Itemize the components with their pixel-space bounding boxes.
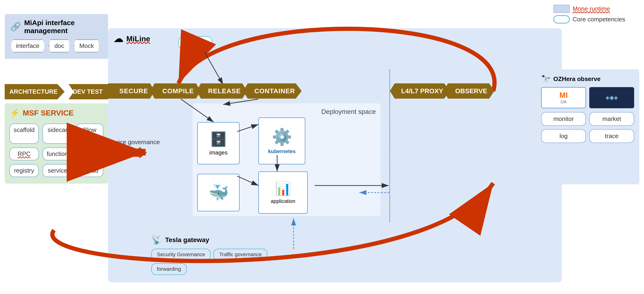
ozhera-icon: 🔭 bbox=[541, 74, 550, 83]
tesla-tag-forwarding: forwarding bbox=[151, 263, 187, 275]
miapi-item-interface: interface bbox=[10, 40, 45, 52]
miapi-items: interface doc Mock bbox=[10, 40, 102, 52]
ozhera-logo-row: MI OA ◈◉◈ bbox=[541, 87, 634, 108]
ozhera-area: 🔭 OZHera observe MI OA ◈◉◈ monitor marke… bbox=[536, 69, 639, 184]
pipeline-stages: SECURE COMPILE RELEASE CONTAINER bbox=[108, 83, 302, 99]
legend-runtime-box bbox=[553, 5, 570, 13]
tesla-tag-security: Security Governance bbox=[151, 249, 211, 260]
application-icon: 📊 bbox=[275, 181, 291, 196]
ozhera-mi-box: MI OA bbox=[541, 87, 586, 108]
msf-item-blowlimit: Blow limit bbox=[76, 124, 103, 144]
ozhera-market: market bbox=[589, 112, 634, 126]
tesla-area: 📡 Tesla gateway Security Governance Traf… bbox=[146, 230, 301, 281]
tesla-title-text: Tesla gateway bbox=[165, 236, 209, 244]
legend-core-box bbox=[553, 15, 570, 24]
msf-area: ⚡ MSF SERVICE scaffold sidecar Blow limi… bbox=[5, 103, 108, 184]
oa-label: OA bbox=[560, 100, 566, 104]
msf-item-sidecar: sidecar bbox=[42, 124, 72, 144]
miapi-title: 🔗 MiApi interface management bbox=[10, 19, 102, 35]
msf-title: ⚡ MSF SERVICE bbox=[10, 108, 103, 118]
ozhera-trace: trace bbox=[589, 129, 634, 143]
msf-item-config: config bbox=[76, 148, 103, 160]
msf-title-text: MSF SERVICE bbox=[23, 109, 74, 118]
images-label: images bbox=[209, 149, 227, 156]
release-stage: RELEASE bbox=[197, 83, 247, 99]
devtest-label: DEV TEST bbox=[64, 84, 115, 99]
docker-icon: 🐳 bbox=[208, 183, 229, 202]
docker-box: 🐳 bbox=[197, 174, 240, 211]
application-label: application bbox=[270, 198, 295, 204]
elastic-tag: elastic bbox=[178, 36, 212, 50]
kubernetes-label: kubernetes bbox=[268, 148, 296, 154]
architecture-label: ARCHITECTURE bbox=[5, 84, 64, 99]
ozhera-title-text: OZHera observe bbox=[553, 76, 600, 83]
ozhera-items-grid: monitor market log trace bbox=[541, 112, 634, 143]
legend-core-label: Core competencies bbox=[572, 16, 625, 23]
miapi-title-text: MiApi interface management bbox=[24, 19, 102, 35]
legend: Mone runtime Core competencies bbox=[553, 5, 625, 24]
miline-title: MiLine bbox=[126, 34, 150, 43]
application-box: 📊 application bbox=[258, 172, 308, 214]
dark-box-content: ◈◉◈ bbox=[606, 95, 618, 101]
ozhera-log: log bbox=[541, 129, 586, 143]
secure-stage: SECURE bbox=[108, 83, 155, 99]
tesla-icon: 📡 bbox=[151, 235, 162, 245]
msf-item-service: service bbox=[42, 164, 72, 177]
observe-label: OBSERVE bbox=[444, 83, 494, 99]
miapi-icon: 🔗 bbox=[10, 22, 21, 32]
msf-item-thread: thread bbox=[76, 164, 103, 177]
ozhera-monitor: monitor bbox=[541, 112, 586, 126]
tesla-tag-traffic: Traffic governance bbox=[214, 249, 267, 260]
mi-logo: MI bbox=[560, 91, 568, 100]
ozhera-dark-box: ◈◉◈ bbox=[589, 87, 634, 108]
miapi-item-doc: doc bbox=[49, 40, 70, 52]
kubernetes-box: ⚙️ kubernetes bbox=[258, 118, 305, 164]
governance-arrow bbox=[109, 147, 147, 158]
legend-runtime: Mone runtime bbox=[553, 5, 625, 13]
deployment-title: Deployment space bbox=[197, 108, 376, 116]
msf-item-rpc: RPC bbox=[10, 148, 39, 160]
legend-runtime-label: Mone runtime bbox=[572, 5, 610, 12]
l4l7-label: L4/L7 PROXY bbox=[390, 83, 450, 99]
miapi-box: 🔗 MiApi interface management interface d… bbox=[5, 14, 108, 59]
msf-item-function: function bbox=[42, 148, 72, 160]
deployment-area: Deployment space 🗄️ images ⚙️ kubernetes… bbox=[192, 103, 380, 216]
tesla-title: 📡 Tesla gateway bbox=[151, 235, 295, 245]
ozhera-title: 🔭 OZHera observe bbox=[541, 74, 634, 83]
msf-grid: scaffold sidecar Blow limit RPC function… bbox=[10, 124, 103, 177]
governance-label: service governance bbox=[107, 138, 160, 146]
miapi-item-mock: Mock bbox=[74, 40, 100, 52]
legend-core: Core competencies bbox=[553, 15, 625, 24]
tesla-tags: Security Governance Traffic governance f… bbox=[151, 249, 295, 275]
msf-item-scaffold: scaffold bbox=[10, 124, 39, 144]
compile-stage: COMPILE bbox=[150, 83, 201, 99]
container-stage: CONTAINER bbox=[243, 83, 302, 99]
kubernetes-icon: ⚙️ bbox=[272, 127, 292, 146]
msf-item-registry: registry bbox=[10, 164, 39, 177]
dashed-vertical-line bbox=[390, 69, 390, 222]
msf-icon: ⚡ bbox=[10, 108, 20, 118]
miline-icon: ☁ bbox=[114, 33, 123, 44]
images-box: 🗄️ images bbox=[197, 122, 240, 164]
images-icon: 🗄️ bbox=[210, 131, 227, 148]
